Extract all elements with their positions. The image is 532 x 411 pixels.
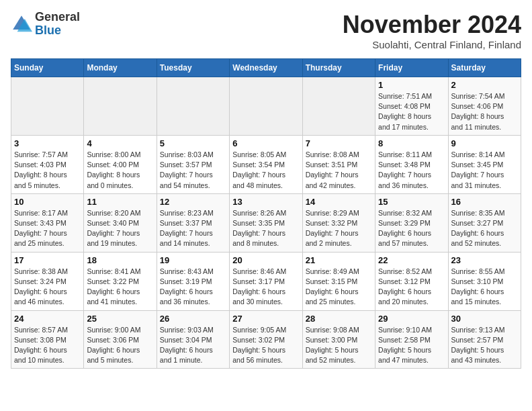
day-info: Sunrise: 8:52 AM Sunset: 3:12 PM Dayligh… bbox=[378, 267, 445, 308]
calendar-cell: 23Sunrise: 8:55 AM Sunset: 3:10 PM Dayli… bbox=[448, 252, 521, 310]
calendar-cell: 19Sunrise: 8:43 AM Sunset: 3:19 PM Dayli… bbox=[157, 252, 229, 310]
calendar-cell: 14Sunrise: 8:29 AM Sunset: 3:32 PM Dayli… bbox=[302, 193, 375, 252]
calendar-cell: 22Sunrise: 8:52 AM Sunset: 3:12 PM Dayli… bbox=[375, 252, 448, 310]
day-number: 23 bbox=[451, 255, 518, 265]
day-info: Sunrise: 9:13 AM Sunset: 2:57 PM Dayligh… bbox=[451, 325, 518, 366]
day-number: 7 bbox=[306, 138, 372, 148]
day-info: Sunrise: 9:05 AM Sunset: 3:02 PM Dayligh… bbox=[232, 325, 299, 366]
day-info: Sunrise: 8:17 AM Sunset: 3:43 PM Dayligh… bbox=[14, 208, 81, 249]
day-number: 27 bbox=[232, 314, 299, 324]
day-info: Sunrise: 8:57 AM Sunset: 3:08 PM Dayligh… bbox=[14, 325, 81, 366]
day-number: 20 bbox=[232, 255, 299, 265]
day-number: 9 bbox=[451, 138, 518, 148]
calendar-cell bbox=[230, 77, 302, 136]
calendar-cell: 24Sunrise: 8:57 AM Sunset: 3:08 PM Dayli… bbox=[11, 310, 84, 369]
day-info: Sunrise: 8:43 AM Sunset: 3:19 PM Dayligh… bbox=[160, 267, 226, 308]
day-number: 4 bbox=[87, 138, 153, 148]
day-info: Sunrise: 8:41 AM Sunset: 3:22 PM Dayligh… bbox=[87, 267, 153, 308]
day-number: 5 bbox=[160, 138, 226, 148]
day-number: 18 bbox=[87, 255, 153, 265]
day-info: Sunrise: 8:29 AM Sunset: 3:32 PM Dayligh… bbox=[306, 208, 372, 249]
day-info: Sunrise: 8:38 AM Sunset: 3:24 PM Dayligh… bbox=[14, 267, 81, 308]
day-info: Sunrise: 9:08 AM Sunset: 3:00 PM Dayligh… bbox=[306, 325, 372, 366]
calendar-cell: 30Sunrise: 9:13 AM Sunset: 2:57 PM Dayli… bbox=[448, 310, 521, 369]
month-title: November 2024 bbox=[343, 11, 521, 39]
weekday-header-sunday: Sunday bbox=[11, 59, 84, 77]
day-info: Sunrise: 7:54 AM Sunset: 4:06 PM Dayligh… bbox=[451, 91, 518, 132]
calendar-cell: 18Sunrise: 8:41 AM Sunset: 3:22 PM Dayli… bbox=[84, 252, 157, 310]
calendar-cell: 8Sunrise: 8:11 AM Sunset: 3:48 PM Daylig… bbox=[375, 135, 448, 193]
day-info: Sunrise: 9:10 AM Sunset: 2:58 PM Dayligh… bbox=[378, 325, 445, 366]
calendar-cell bbox=[84, 77, 157, 136]
calendar-cell bbox=[11, 77, 84, 136]
weekday-header-tuesday: Tuesday bbox=[157, 59, 229, 77]
calendar-cell: 4Sunrise: 8:00 AM Sunset: 4:00 PM Daylig… bbox=[84, 135, 157, 193]
day-number: 21 bbox=[306, 255, 372, 265]
calendar-cell: 21Sunrise: 8:49 AM Sunset: 3:15 PM Dayli… bbox=[302, 252, 375, 310]
day-number: 8 bbox=[378, 138, 445, 148]
calendar-cell: 13Sunrise: 8:26 AM Sunset: 3:35 PM Dayli… bbox=[230, 193, 302, 252]
title-block: November 2024 Suolahti, Central Finland,… bbox=[343, 11, 521, 50]
calendar-cell: 15Sunrise: 8:32 AM Sunset: 3:29 PM Dayli… bbox=[375, 193, 448, 252]
day-number: 28 bbox=[306, 314, 372, 324]
weekday-header-saturday: Saturday bbox=[448, 59, 521, 77]
day-info: Sunrise: 9:03 AM Sunset: 3:04 PM Dayligh… bbox=[160, 325, 226, 366]
day-number: 16 bbox=[451, 197, 518, 207]
day-info: Sunrise: 7:57 AM Sunset: 4:03 PM Dayligh… bbox=[14, 150, 81, 191]
day-info: Sunrise: 8:32 AM Sunset: 3:29 PM Dayligh… bbox=[378, 208, 445, 249]
day-number: 6 bbox=[232, 138, 299, 148]
day-info: Sunrise: 8:03 AM Sunset: 3:57 PM Dayligh… bbox=[160, 150, 226, 191]
day-number: 2 bbox=[451, 80, 518, 90]
weekday-header-friday: Friday bbox=[375, 59, 448, 77]
weekday-header-thursday: Thursday bbox=[302, 59, 375, 77]
calendar-cell: 16Sunrise: 8:35 AM Sunset: 3:27 PM Dayli… bbox=[448, 193, 521, 252]
calendar-cell bbox=[302, 77, 375, 136]
calendar-week-row: 3Sunrise: 7:57 AM Sunset: 4:03 PM Daylig… bbox=[11, 135, 521, 193]
day-number: 22 bbox=[378, 255, 445, 265]
calendar-week-row: 24Sunrise: 8:57 AM Sunset: 3:08 PM Dayli… bbox=[11, 310, 521, 369]
day-info: Sunrise: 8:26 AM Sunset: 3:35 PM Dayligh… bbox=[232, 208, 299, 249]
day-number: 1 bbox=[378, 80, 445, 90]
calendar-cell: 17Sunrise: 8:38 AM Sunset: 3:24 PM Dayli… bbox=[11, 252, 84, 310]
day-number: 19 bbox=[160, 255, 226, 265]
day-number: 15 bbox=[378, 197, 445, 207]
weekday-header-wednesday: Wednesday bbox=[230, 59, 302, 77]
calendar-week-row: 10Sunrise: 8:17 AM Sunset: 3:43 PM Dayli… bbox=[11, 193, 521, 252]
calendar-week-row: 1Sunrise: 7:51 AM Sunset: 4:08 PM Daylig… bbox=[11, 77, 521, 136]
calendar-cell: 20Sunrise: 8:46 AM Sunset: 3:17 PM Dayli… bbox=[230, 252, 302, 310]
calendar-cell: 12Sunrise: 8:23 AM Sunset: 3:37 PM Dayli… bbox=[157, 193, 229, 252]
calendar-cell: 9Sunrise: 8:14 AM Sunset: 3:45 PM Daylig… bbox=[448, 135, 521, 193]
day-number: 13 bbox=[232, 197, 299, 207]
day-number: 11 bbox=[87, 197, 153, 207]
calendar-cell: 10Sunrise: 8:17 AM Sunset: 3:43 PM Dayli… bbox=[11, 193, 84, 252]
calendar-cell: 26Sunrise: 9:03 AM Sunset: 3:04 PM Dayli… bbox=[157, 310, 229, 369]
calendar-week-row: 17Sunrise: 8:38 AM Sunset: 3:24 PM Dayli… bbox=[11, 252, 521, 310]
day-number: 17 bbox=[14, 255, 81, 265]
day-number: 10 bbox=[14, 197, 81, 207]
logo-icon bbox=[11, 13, 32, 35]
weekday-header-monday: Monday bbox=[84, 59, 157, 77]
day-number: 24 bbox=[14, 314, 81, 324]
calendar-cell: 25Sunrise: 9:00 AM Sunset: 3:06 PM Dayli… bbox=[84, 310, 157, 369]
day-info: Sunrise: 8:05 AM Sunset: 3:54 PM Dayligh… bbox=[232, 150, 299, 191]
day-info: Sunrise: 8:23 AM Sunset: 3:37 PM Dayligh… bbox=[160, 208, 226, 249]
day-info: Sunrise: 9:00 AM Sunset: 3:06 PM Dayligh… bbox=[87, 325, 153, 366]
day-number: 14 bbox=[306, 197, 372, 207]
day-info: Sunrise: 8:00 AM Sunset: 4:00 PM Dayligh… bbox=[87, 150, 153, 191]
day-info: Sunrise: 8:49 AM Sunset: 3:15 PM Dayligh… bbox=[306, 267, 372, 308]
day-info: Sunrise: 8:11 AM Sunset: 3:48 PM Dayligh… bbox=[378, 150, 445, 191]
logo-line1: General bbox=[35, 11, 80, 24]
calendar-header-row: SundayMondayTuesdayWednesdayThursdayFrid… bbox=[11, 59, 521, 77]
logo: General Blue bbox=[11, 11, 80, 38]
logo-text: General Blue bbox=[35, 11, 80, 38]
day-info: Sunrise: 8:55 AM Sunset: 3:10 PM Dayligh… bbox=[451, 267, 518, 308]
day-number: 25 bbox=[87, 314, 153, 324]
calendar-cell: 28Sunrise: 9:08 AM Sunset: 3:00 PM Dayli… bbox=[302, 310, 375, 369]
day-number: 29 bbox=[378, 314, 445, 324]
day-number: 30 bbox=[451, 314, 518, 324]
calendar-cell: 1Sunrise: 7:51 AM Sunset: 4:08 PM Daylig… bbox=[375, 77, 448, 136]
calendar-cell: 3Sunrise: 7:57 AM Sunset: 4:03 PM Daylig… bbox=[11, 135, 84, 193]
day-info: Sunrise: 8:35 AM Sunset: 3:27 PM Dayligh… bbox=[451, 208, 518, 249]
calendar-cell: 2Sunrise: 7:54 AM Sunset: 4:06 PM Daylig… bbox=[448, 77, 521, 136]
day-info: Sunrise: 8:46 AM Sunset: 3:17 PM Dayligh… bbox=[232, 267, 299, 308]
